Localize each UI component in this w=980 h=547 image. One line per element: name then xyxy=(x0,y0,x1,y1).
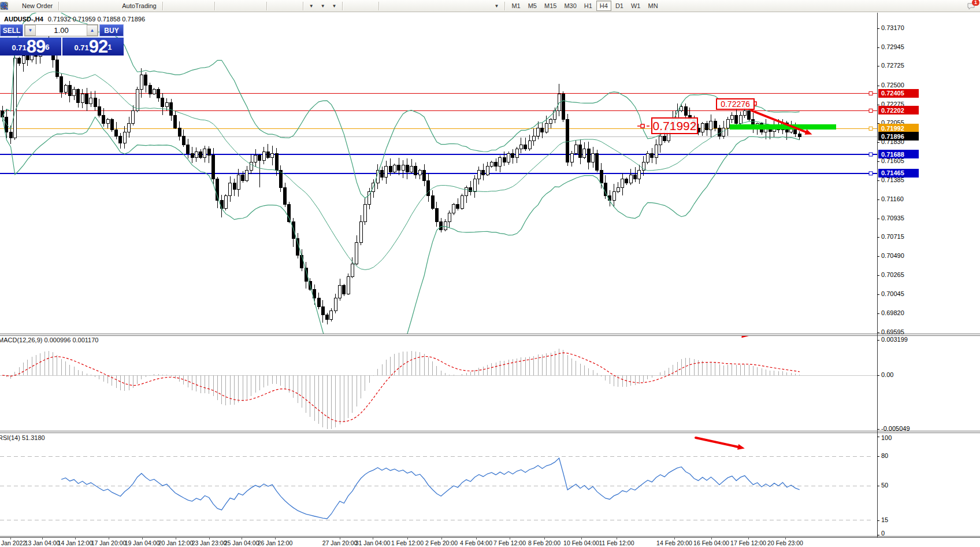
sell-price-display[interactable]: 0.71896 xyxy=(0,38,61,56)
zoom-in-icon[interactable] xyxy=(218,1,232,12)
volume-value[interactable]: 1.00 xyxy=(36,25,87,36)
price-axis-label: 0.72500 xyxy=(881,82,904,88)
volume-control: ▼ 1.00 ▲ xyxy=(24,24,98,36)
volume-increase-button[interactable]: ▲ xyxy=(87,25,98,36)
time-axis-label: 8 Feb 20:00 xyxy=(528,539,560,546)
toolbar-separator xyxy=(504,2,505,10)
arrows-dropdown[interactable]: ▼ xyxy=(491,1,502,11)
rsi-axis-tick xyxy=(877,456,879,457)
time-axis-tick xyxy=(510,538,510,539)
timeframe-mn[interactable]: MN xyxy=(644,1,661,11)
autotrading-icon xyxy=(112,2,120,10)
price-axis-tick xyxy=(877,199,879,200)
timeframe-m1[interactable]: M1 xyxy=(508,1,524,11)
time-axis-label: 20 Feb 23:00 xyxy=(767,539,803,546)
price-axis-label: 0.69820 xyxy=(881,309,904,316)
time-axis-tick xyxy=(674,538,675,539)
text-tool-icon[interactable]: A xyxy=(460,1,474,12)
new-order-button[interactable]: New Order xyxy=(9,1,55,11)
bar-chart-icon[interactable] xyxy=(166,1,180,12)
symbol-ohlc-values: 0.71932 0.71959 0.71858 0.71896 xyxy=(48,16,145,23)
time-axis-label: 1 Feb 12:00 xyxy=(391,539,424,546)
rsi-panel-separator[interactable] xyxy=(0,431,980,433)
buy-price-sup: 1 xyxy=(107,38,112,57)
sell-price-prefix: 0.71 xyxy=(12,41,26,55)
main-toolbar: New Order AutoTrading xyxy=(0,0,980,12)
templates-dropdown[interactable]: ▼ xyxy=(329,1,340,11)
price-axis-label: 0.71605 xyxy=(881,157,904,164)
price-axis-tick xyxy=(877,28,879,29)
volume-decrease-button[interactable]: ▼ xyxy=(25,25,36,36)
arrange-right-icon[interactable] xyxy=(285,1,300,12)
toolbar-separator xyxy=(266,2,267,10)
price-axis-tag: 0.72405 xyxy=(878,89,919,98)
label-tool-icon[interactable]: T xyxy=(476,1,490,12)
price-axis-tick xyxy=(877,313,879,314)
price-axis-tick xyxy=(877,86,879,86)
candlestick-chart-icon[interactable] xyxy=(181,1,196,12)
signals-icon[interactable] xyxy=(93,1,107,12)
price-axis-label: 0.70935 xyxy=(881,215,904,221)
rsi-axis-tick xyxy=(877,486,879,486)
toolbar-separator xyxy=(303,2,303,10)
autotrading-button[interactable]: AutoTrading xyxy=(109,1,159,11)
symbol-name: AUDUSD-,H4 xyxy=(4,16,43,23)
price-axis-tag: 0.72202 xyxy=(878,106,919,114)
rsi-axis-label: 50 xyxy=(881,482,888,489)
fibonacci-tool-icon[interactable]: F xyxy=(444,1,459,12)
styles-icon[interactable] xyxy=(62,1,76,12)
horizontal-line-tool-icon[interactable] xyxy=(398,1,412,12)
timeframe-d1[interactable]: D1 xyxy=(612,1,627,11)
tile-windows-icon[interactable] xyxy=(249,1,263,12)
line-chart-icon[interactable] xyxy=(197,1,211,12)
price-axis-tag: 0.71465 xyxy=(878,169,919,178)
time-axis-tick xyxy=(407,538,408,539)
zoom-out-icon[interactable] xyxy=(233,1,248,12)
annotation-price-label-upper[interactable]: 0.72276 xyxy=(716,98,755,110)
main-chart-area[interactable] xyxy=(0,13,877,334)
new-chart-dropdown[interactable]: ▼ xyxy=(306,1,317,11)
buy-price-display[interactable]: 0.71921 xyxy=(62,38,124,56)
time-axis-tick xyxy=(275,538,276,539)
buy-button[interactable]: BUY xyxy=(99,24,124,36)
timeframe-h4[interactable]: H4 xyxy=(596,1,611,11)
rsi-axis-label: 80 xyxy=(881,452,888,459)
macd-panel[interactable] xyxy=(0,336,877,431)
crosshair-icon[interactable] xyxy=(361,1,376,12)
time-axis-label: 19 Jan 04:00 xyxy=(125,539,160,546)
rsi-panel[interactable] xyxy=(0,433,877,536)
price-axis-tag: 0.71896 xyxy=(878,132,919,141)
sell-button[interactable]: SELL xyxy=(0,24,23,36)
annotation-price-label-lower[interactable]: 0.71992 xyxy=(651,117,698,134)
time-axis-label: 23 Jan 23:00 xyxy=(192,539,227,546)
timeframe-w1[interactable]: W1 xyxy=(628,1,644,11)
channel-tool-icon[interactable]: E xyxy=(429,1,443,12)
price-axis-tick xyxy=(877,142,879,143)
time-axis-tick xyxy=(544,538,545,539)
time-axis-label: 27 Jan 20:00 xyxy=(322,539,358,546)
macd-panel-separator[interactable] xyxy=(0,334,980,336)
time-axis-tick xyxy=(617,538,617,539)
cursor-icon[interactable] xyxy=(346,1,360,12)
search-icon[interactable] xyxy=(955,2,963,10)
time-axis-tick xyxy=(711,538,712,539)
time-axis-label: 20 Jan 12:00 xyxy=(158,539,194,546)
price-axis-tick xyxy=(877,275,879,276)
timeframe-m5[interactable]: M5 xyxy=(525,1,540,11)
profiles-dropdown[interactable]: ▼ xyxy=(318,1,328,11)
rsi-axis-label: 15 xyxy=(881,516,888,523)
time-axis-tick xyxy=(242,538,242,539)
time-axis[interactable]: Jan 202213 Jan 04:0014 Jan 12:0017 Jan 2… xyxy=(0,537,980,547)
notifications-icon[interactable]: 1 xyxy=(967,2,975,10)
timeframe-h1[interactable]: H1 xyxy=(581,1,596,11)
vertical-line-tool-icon[interactable] xyxy=(382,1,396,12)
trendline-tool-icon[interactable] xyxy=(413,1,428,12)
price-axis-tick xyxy=(877,47,879,48)
timeframe-m30[interactable]: M30 xyxy=(560,1,580,11)
arrange-left-icon[interactable] xyxy=(270,1,284,12)
profile-icon[interactable] xyxy=(77,1,92,12)
time-axis-tick xyxy=(785,538,786,539)
mt4-window: New Order AutoTrading xyxy=(0,0,980,547)
symbol-info-line: AUDUSD-,H40.71932 0.71959 0.71858 0.7189… xyxy=(4,16,145,23)
timeframe-m15[interactable]: M15 xyxy=(541,1,560,11)
